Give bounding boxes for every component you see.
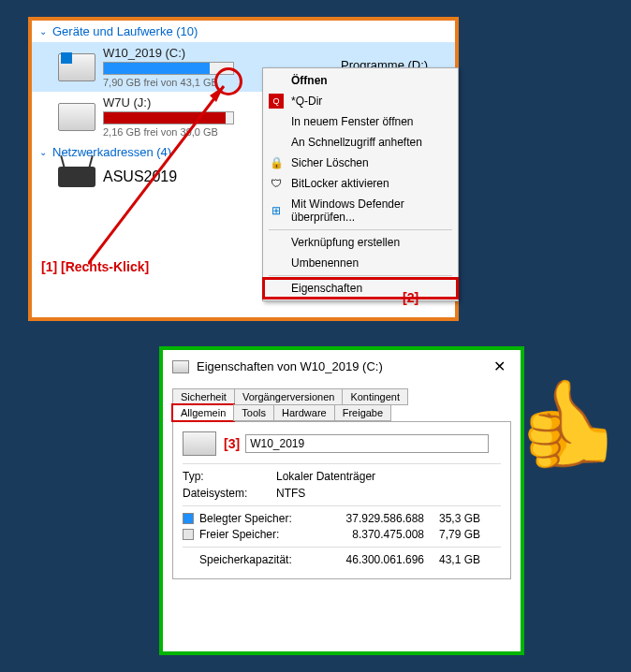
section-devices-drives[interactable]: ⌄ Geräte und Laufwerke (10) [32,21,455,42]
tab-tools[interactable]: Tools [233,404,274,421]
menu-defender[interactable]: ⊞Mit Windows Defender überprüfen... [263,194,458,227]
type-label: Typ: [183,470,276,483]
svg-line-0 [88,86,224,264]
tab-kontingent[interactable]: Kontingent [342,388,408,405]
menu-pin-quick[interactable]: An Schnellzugriff anheften [263,132,458,153]
menu-open[interactable]: Öffnen [263,70,458,91]
free-bytes: 8.370.475.008 [321,528,424,541]
annotation-3: [3] [224,436,240,451]
tab-allgemein[interactable]: Allgemein [172,404,234,421]
tabs-row-2: Allgemein Tools Hardware Freigabe [172,404,511,421]
bitlocker-icon: 🛡 [269,176,284,191]
fs-value: NTFS [276,487,305,500]
qdir-icon: Q [269,94,284,109]
used-color-icon [183,513,194,524]
menu-bitlocker[interactable]: 🛡BitLocker aktivieren [263,173,458,194]
menu-rename[interactable]: Umbenennen [263,253,458,273]
cap-gb: 43,1 GB [424,553,480,566]
properties-body: [3] Typ:Lokaler Datenträger Dateisystem:… [172,421,511,579]
type-value: Lokaler Datenträger [276,470,375,483]
thumbs-up-icon: 👍 [517,374,622,473]
capacity-bar [103,62,234,75]
chevron-down-icon: ⌄ [39,147,49,157]
free-gb: 7,79 GB [424,528,480,541]
chevron-down-icon: ⌄ [39,26,49,37]
drive-icon [183,431,216,456]
drive-icon-small [172,360,189,373]
free-label: Freier Speicher: [199,528,321,541]
free-color-icon [183,529,194,540]
used-bytes: 37.929.586.688 [321,512,424,525]
tab-freigabe[interactable]: Freigabe [334,404,391,421]
annotation-1: [1] [Rechts-Klick] [41,259,149,274]
menu-qdir[interactable]: Q*Q-Dir [263,91,458,111]
fs-label: Dateisystem: [183,487,276,500]
tab-sicherheit[interactable]: Sicherheit [172,388,235,405]
menu-shortcut[interactable]: Verknüpfung erstellen [263,232,458,253]
section-label: Geräte und Laufwerke (10) [52,24,198,38]
secure-delete-icon: 🔒 [269,155,284,170]
used-label: Belegter Speicher: [199,512,321,525]
menu-secure-delete[interactable]: 🔒Sicher Löschen [263,153,458,173]
dialog-title: Eigenschaften von W10_2019 (C:) [197,359,383,373]
drive-label: W10_2019 (C:) [103,46,234,60]
cap-bytes: 46.300.061.696 [321,553,424,566]
close-button[interactable]: ✕ [488,358,511,375]
menu-properties[interactable]: Eigenschaften [263,278,458,299]
drive-name-input[interactable] [245,434,489,453]
context-menu: Öffnen Q*Q-Dir In neuem Fenster öffnen A… [262,67,459,301]
menu-separator [269,275,452,276]
annotation-2: [2] [403,290,418,305]
tab-hardware[interactable]: Hardware [273,404,335,421]
cap-label: Speicherkapazität: [199,553,321,566]
defender-icon: ⊞ [269,203,284,218]
menu-new-window[interactable]: In neuem Fenster öffnen [263,111,458,132]
tab-vorgaenger[interactable]: Vorgängerversionen [234,388,343,405]
annotation-arrow [88,77,238,273]
properties-dialog: Eigenschaften von W10_2019 (C:) ✕ Sicher… [159,346,524,655]
menu-separator [269,229,452,230]
tabs-row-1: Sicherheit Vorgängerversionen Kontingent [172,388,511,405]
dialog-titlebar: Eigenschaften von W10_2019 (C:) ✕ [163,350,521,383]
used-gb: 35,3 GB [424,512,480,525]
